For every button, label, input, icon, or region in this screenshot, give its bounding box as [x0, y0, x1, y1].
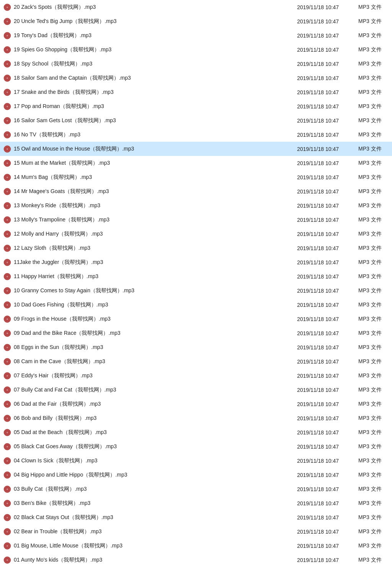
table-row[interactable]: 02 Black Cat Stays Out（我帮找网）.mp3 2019/11… [0, 510, 392, 524]
mp3-icon [3, 216, 11, 224]
table-row[interactable]: 02 Bear in Trouble（我帮找网）.mp3 2019/11/18 … [0, 524, 392, 539]
table-row[interactable]: 04 Big Hippo and Little Hippo（我帮找网）.mp3 … [0, 468, 392, 482]
table-row[interactable]: 03 Ben's Bike（我帮找网）.mp3 2019/11/18 10:47… [0, 496, 392, 510]
file-type: MP3 文件 [358, 429, 389, 436]
table-row[interactable]: 11 Happy Harriet（我帮找网）.mp3 2019/11/18 10… [0, 269, 392, 283]
table-row[interactable]: 01 Big Mouse, Little Mouse（我帮找网）.mp3 201… [0, 539, 392, 553]
file-date: 2019/11/18 10:47 [297, 316, 358, 322]
table-row[interactable]: 19 Spies Go Shopping（我帮找网）.mp3 2019/11/1… [0, 43, 392, 57]
file-date: 2019/11/18 10:47 [297, 458, 358, 464]
svg-point-34 [7, 92, 7, 92]
mp3-icon [3, 442, 11, 451]
mp3-icon [3, 88, 11, 97]
table-row[interactable]: 10 Granny Comes to Stay Again（我帮找网）.mp3 … [0, 283, 392, 298]
file-type: MP3 文件 [358, 330, 389, 337]
table-row[interactable]: 03 Bully Cat（我帮找网）.mp3 2019/11/18 10:47 … [0, 482, 392, 496]
table-row[interactable]: 01 Aunty Mo's kids（我帮找网）.mp3 2019/11/18 … [0, 553, 392, 567]
mp3-icon [3, 301, 11, 309]
table-row[interactable]: 14 Mum's Bag（我帮找网）.mp3 2019/11/18 10:47 … [0, 170, 392, 184]
file-date: 2019/11/18 10:47 [297, 118, 358, 124]
file-type: MP3 文件 [358, 372, 389, 379]
table-row[interactable]: 16 Sailor Sam Gets Lost（我帮找网）.mp3 2019/1… [0, 113, 392, 128]
file-date: 2019/11/18 10:47 [297, 203, 358, 209]
svg-point-39 [7, 106, 7, 106]
file-name: 16 No TV（我帮找网）.mp3 [14, 131, 297, 138]
file-name: 02 Black Cat Stays Out（我帮找网）.mp3 [14, 514, 297, 521]
table-row[interactable]: 11Jake the Juggler（我帮找网）.mp3 2019/11/18 … [0, 255, 392, 269]
file-type: MP3 文件 [358, 61, 389, 67]
file-type: MP3 文件 [358, 202, 389, 209]
svg-point-159 [7, 446, 7, 447]
table-row[interactable]: 17 Pop and Roman（我帮找网）.mp3 2019/11/18 10… [0, 99, 392, 113]
svg-point-64 [7, 177, 7, 177]
file-name: 10 Granny Comes to Stay Again（我帮找网）.mp3 [14, 287, 297, 294]
file-date: 2019/11/18 10:47 [297, 302, 358, 308]
file-date: 2019/11/18 10:47 [297, 245, 358, 251]
svg-point-74 [7, 205, 7, 206]
file-type: MP3 文件 [358, 4, 389, 11]
table-row[interactable]: 07 Eddy's Hair（我帮找网）.mp3 2019/11/18 10:4… [0, 369, 392, 383]
file-date: 2019/11/18 10:47 [297, 61, 358, 67]
table-row[interactable]: 15 Owl and Mouse in the House（我帮找网）.mp3 … [0, 142, 392, 156]
table-row[interactable]: 08 Eggs in the Sun（我帮找网）.mp3 2019/11/18 … [0, 340, 392, 354]
file-type: MP3 文件 [358, 472, 389, 478]
table-row[interactable]: 05 Dad at the Beach（我帮找网）.mp3 2019/11/18… [0, 425, 392, 439]
file-name: 04 Clown Is Sick（我帮找网）.mp3 [14, 457, 297, 464]
table-row[interactable]: 04 Clown Is Sick（我帮找网）.mp3 2019/11/18 10… [0, 454, 392, 468]
file-date: 2019/11/18 10:47 [297, 330, 358, 336]
table-row[interactable]: 20 Zack's Spots（我帮找网）.mp3 2019/11/18 10:… [0, 0, 392, 14]
table-row[interactable]: 12 Molly and Harry（我帮找网）.mp3 2019/11/18 … [0, 227, 392, 241]
mp3-icon [3, 272, 11, 281]
svg-point-14 [7, 35, 7, 36]
svg-point-104 [7, 290, 7, 291]
file-type: MP3 文件 [358, 231, 389, 238]
file-type: MP3 文件 [358, 245, 389, 252]
svg-point-89 [7, 248, 7, 248]
table-row[interactable]: 06 Bob and Billy（我帮找网）.mp3 2019/11/18 10… [0, 411, 392, 425]
table-row[interactable]: 05 Black Cat Goes Away（我帮找网）.mp3 2019/11… [0, 439, 392, 454]
table-row[interactable]: 20 Uncle Ted's Big Jump（我帮找网）.mp3 2019/1… [0, 14, 392, 28]
file-date: 2019/11/18 10:47 [297, 401, 358, 407]
file-type: MP3 文件 [358, 131, 389, 138]
table-row[interactable]: 12 Lazy Sloth（我帮找网）.mp3 2019/11/18 10:47… [0, 241, 392, 255]
table-row[interactable]: 13 Monkey's Ride（我帮找网）.mp3 2019/11/18 10… [0, 198, 392, 213]
file-date: 2019/11/18 10:47 [297, 359, 358, 365]
table-row[interactable]: 17 Snake and the Birds（我帮找网）.mp3 2019/11… [0, 85, 392, 99]
file-name: 17 Snake and the Birds（我帮找网）.mp3 [14, 89, 297, 96]
file-date: 2019/11/18 10:47 [297, 103, 358, 110]
file-name: 13 Monkey's Ride（我帮找网）.mp3 [14, 202, 297, 209]
table-row[interactable]: 13 Molly's Trampoline（我帮找网）.mp3 2019/11/… [0, 213, 392, 227]
file-type: MP3 文件 [358, 273, 389, 280]
table-row[interactable]: 10 Dad Goes Fishing（我帮找网）.mp3 2019/11/18… [0, 298, 392, 312]
table-row[interactable]: 18 Spy School（我帮找网）.mp3 2019/11/18 10:47… [0, 57, 392, 71]
file-date: 2019/11/18 10:47 [297, 75, 358, 81]
file-type: MP3 文件 [358, 542, 389, 549]
file-date: 2019/11/18 10:47 [297, 529, 358, 535]
table-row[interactable]: 14 Mr Magee's Goats（我帮找网）.mp3 2019/11/18… [0, 184, 392, 198]
file-date: 2019/11/18 10:47 [297, 217, 358, 223]
file-name: 09 Dad and the Bike Race（我帮找网）.mp3 [14, 330, 297, 337]
mp3-icon [3, 102, 11, 111]
table-row[interactable]: 16 No TV（我帮找网）.mp3 2019/11/18 10:47 MP3 … [0, 128, 392, 142]
table-row[interactable]: 07 Bully Cat and Fat Cat（我帮找网）.mp3 2019/… [0, 383, 392, 397]
table-row[interactable]: 15 Mum at the Market（我帮找网）.mp3 2019/11/1… [0, 156, 392, 170]
file-name: 18 Spy School（我帮找网）.mp3 [14, 61, 297, 67]
file-type: MP3 文件 [358, 46, 389, 53]
svg-point-144 [7, 404, 7, 404]
table-row[interactable]: 19 Tony's Dad（我帮找网）.mp3 2019/11/18 10:47… [0, 28, 392, 43]
file-type: MP3 文件 [358, 457, 389, 464]
file-type: MP3 文件 [358, 443, 389, 450]
table-row[interactable]: 06 Dad at the Fair（我帮找网）.mp3 2019/11/18 … [0, 397, 392, 411]
table-row[interactable]: 18 Sailor Sam and the Captain（我帮找网）.mp3 … [0, 71, 392, 85]
svg-point-24 [7, 64, 7, 64]
table-row[interactable]: 09 Dad and the Bike Race（我帮找网）.mp3 2019/… [0, 326, 392, 340]
file-date: 2019/11/18 10:47 [297, 160, 358, 166]
file-date: 2019/11/18 10:47 [297, 89, 358, 95]
file-date: 2019/11/18 10:47 [297, 174, 358, 180]
file-name: 01 Aunty Mo's kids（我帮找网）.mp3 [14, 557, 297, 564]
table-row[interactable]: 08 Cam in the Cave（我帮找网）.mp3 2019/11/18 … [0, 354, 392, 369]
file-date: 2019/11/18 10:47 [297, 188, 358, 195]
table-row[interactable]: 09 Frogs in the House（我帮找网）.mp3 2019/11/… [0, 312, 392, 326]
mp3-icon [3, 31, 11, 40]
mp3-icon [3, 542, 11, 550]
